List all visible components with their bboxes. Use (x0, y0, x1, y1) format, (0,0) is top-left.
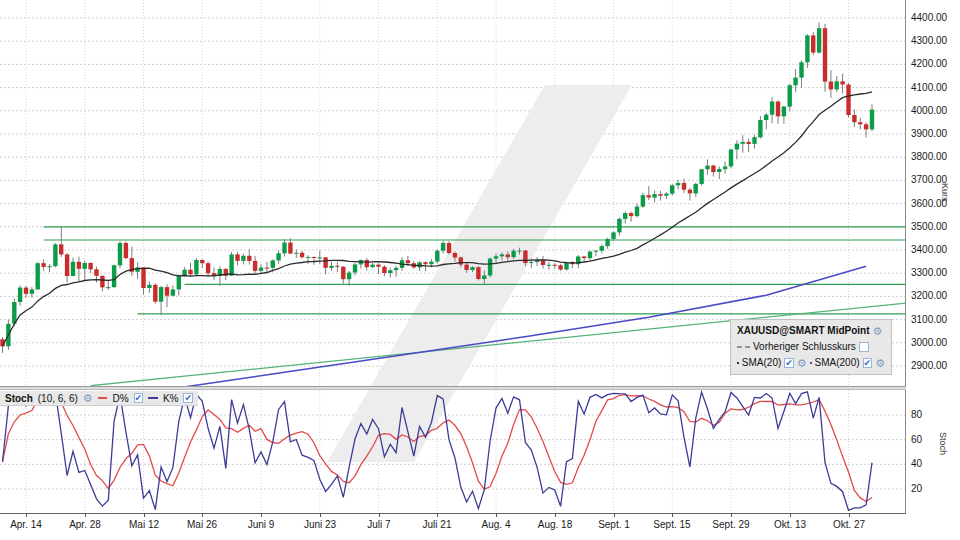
date-tick-mark (85, 513, 86, 517)
date-tick-label: Okt. 27 (821, 519, 877, 530)
stoch-d-label: D% (112, 393, 128, 404)
sma20-line-sample-icon (737, 362, 739, 364)
sma200-settings-gear-icon[interactable]: ⚙ (875, 358, 885, 368)
date-tick-mark (614, 513, 615, 517)
sma20-settings-gear-icon[interactable]: ⚙ (797, 358, 807, 368)
price-tick-label: 3200.00 (911, 290, 947, 301)
date-tick-label: Aug. 18 (527, 519, 583, 530)
date-tick-label: Juli 21 (409, 519, 465, 530)
date-tick-label: Sept. 15 (644, 519, 700, 530)
date-tick-label: Apr. 14 (0, 519, 54, 530)
date-tick-mark (672, 513, 673, 517)
date-tick-mark (261, 513, 262, 517)
prev-close-label: Vorheriger Schlusskurs (753, 339, 856, 355)
date-tick-label: Juni 9 (233, 519, 289, 530)
panel-divider[interactable] (0, 386, 906, 390)
date-tick-mark (144, 513, 145, 517)
date-tick-mark (379, 513, 380, 517)
stoch-k-checkbox[interactable]: ✔ (183, 393, 193, 403)
stoch-legend: Stoch (10, 6, 6) ⚙ D% ✔ K% ✔ (0, 391, 198, 406)
date-tick-mark (320, 513, 321, 517)
price-tick-label: 3100.00 (911, 314, 947, 325)
date-tick-label: Mai 26 (174, 519, 230, 530)
sma20-checkbox[interactable]: ✔ (784, 358, 794, 368)
sma200-label: SMA(200) (815, 355, 860, 371)
sma200-checkbox[interactable]: ✔ (863, 358, 873, 368)
date-tick-label: Apr. 28 (57, 519, 113, 530)
price-tick-label: 3700.00 (911, 174, 947, 185)
stoch-axis-title: Stoch (938, 432, 948, 455)
price-tick-label: 3600.00 (911, 198, 947, 209)
date-tick-label: Sept. 29 (703, 519, 759, 530)
price-tick-label: 4200.00 (911, 58, 947, 69)
stoch-k-line-sample-icon (148, 397, 158, 399)
price-tick-label: 3400.00 (911, 244, 947, 255)
price-tick-label: 3000.00 (911, 337, 947, 348)
price-tick-label: 3300.00 (911, 267, 947, 278)
stoch-d-line-sample-icon (98, 397, 108, 399)
date-tick-label: Okt. 13 (762, 519, 818, 530)
date-tick-label: Sept. 1 (586, 519, 642, 530)
price-tick-label: 3800.00 (911, 151, 947, 162)
date-tick-mark (790, 513, 791, 517)
date-tick-label: Juni 23 (292, 519, 348, 530)
instrument-title: XAUUSD@SMART MidPoint (737, 323, 870, 339)
price-tick-label: 4300.00 (911, 35, 947, 46)
stoch-settings-gear-icon[interactable]: ⚙ (83, 393, 93, 403)
price-tick-label: 3500.00 (911, 221, 947, 232)
price-tick-label: 4400.00 (911, 12, 947, 23)
stoch-d-checkbox[interactable]: ✔ (134, 393, 144, 403)
date-tick-mark (202, 513, 203, 517)
prev-close-line-sample-icon (737, 346, 750, 348)
stoch-params: (10, 6, 6) (38, 393, 78, 404)
price-tick-label: 4000.00 (911, 105, 947, 116)
date-tick-mark (496, 513, 497, 517)
price-tick-label: 4100.00 (911, 82, 947, 93)
stoch-panel[interactable] (0, 390, 906, 514)
prev-close-checkbox[interactable] (859, 342, 869, 352)
date-tick-label: Aug. 4 (468, 519, 524, 530)
sma200-line-sample-icon (810, 362, 812, 364)
price-tick-label: 2900.00 (911, 360, 947, 371)
date-tick-label: Juli 7 (351, 519, 407, 530)
date-tick-mark (26, 513, 27, 517)
stoch-tick-label: 80 (911, 409, 922, 420)
stoch-k-label: K% (163, 393, 179, 404)
date-tick-mark (849, 513, 850, 517)
sma20-label: SMA(20) (742, 355, 781, 371)
date-tick-label: Mai 12 (116, 519, 172, 530)
instrument-settings-gear-icon[interactable]: ⚙ (873, 326, 883, 336)
stoch-title: Stoch (5, 393, 33, 404)
stoch-tick-label: 60 (911, 434, 922, 445)
price-tick-label: 3900.00 (911, 128, 947, 139)
main-chart-legend: XAUUSD@SMART MidPoint ⚙ Vorheriger Schlu… (730, 319, 892, 375)
chart-window: { "colors": { "candle_up": "#0b9c4a", "c… (0, 0, 960, 540)
date-tick-mark (731, 513, 732, 517)
date-tick-mark (437, 513, 438, 517)
date-tick-mark (555, 513, 556, 517)
stoch-tick-label: 20 (911, 483, 922, 494)
stoch-tick-label: 40 (911, 458, 922, 469)
